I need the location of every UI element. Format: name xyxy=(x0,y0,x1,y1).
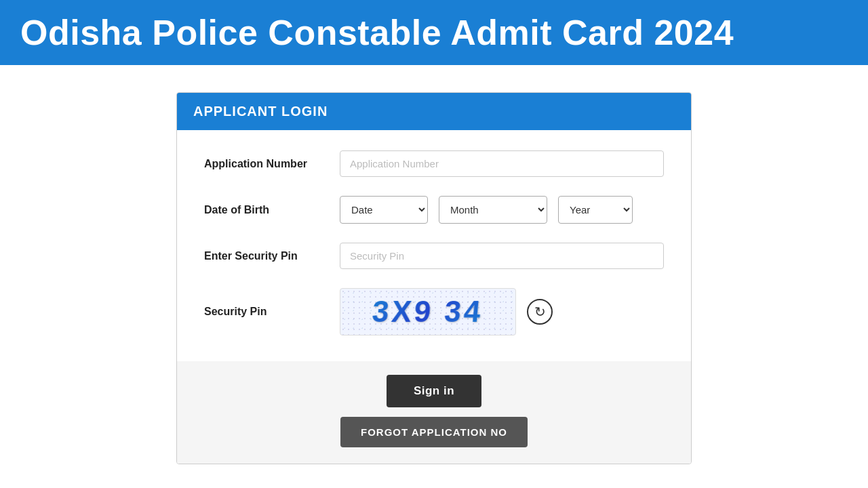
login-card: APPLICANT LOGIN Application Number Date … xyxy=(176,92,692,464)
page-title: Odisha Police Constable Admit Card 2024 xyxy=(20,12,848,53)
security-pin-captcha-row: Security Pin 3X9 34 ↻ xyxy=(204,288,664,336)
refresh-captcha-button[interactable]: ↻ xyxy=(527,299,553,325)
sign-in-button[interactable]: Sign in xyxy=(387,375,481,407)
enter-security-pin-row: Enter Security Pin xyxy=(204,243,664,269)
application-number-input[interactable] xyxy=(340,150,664,177)
application-number-row: Application Number xyxy=(204,150,664,177)
card-header: APPLICANT LOGIN xyxy=(177,93,691,130)
dob-month-select[interactable]: Month xyxy=(439,196,547,224)
enter-security-pin-label: Enter Security Pin xyxy=(204,250,340,262)
captcha-box: 3X9 34 xyxy=(340,288,516,336)
card-footer: Sign in FORGOT APPLICATION NO xyxy=(177,361,691,464)
card-body: Application Number Date of Birth Date Mo… xyxy=(177,130,691,361)
page-content: APPLICANT LOGIN Application Number Date … xyxy=(0,65,868,488)
dob-selects: Date Month Year xyxy=(340,196,664,224)
captcha-text: 3X9 34 xyxy=(371,295,485,329)
application-number-label: Application Number xyxy=(204,158,340,170)
security-pin-display: 3X9 34 ↻ xyxy=(340,288,664,336)
forgot-application-button[interactable]: FORGOT APPLICATION NO xyxy=(340,417,528,447)
security-pin-input[interactable] xyxy=(340,243,664,269)
header: Odisha Police Constable Admit Card 2024 xyxy=(0,0,868,65)
dob-date-select[interactable]: Date xyxy=(340,196,428,224)
dob-year-select[interactable]: Year xyxy=(558,196,633,224)
date-of-birth-row: Date of Birth Date Month Year xyxy=(204,196,664,224)
date-of-birth-label: Date of Birth xyxy=(204,204,340,216)
card-header-title: APPLICANT LOGIN xyxy=(193,104,328,119)
security-pin-label: Security Pin xyxy=(204,306,340,318)
